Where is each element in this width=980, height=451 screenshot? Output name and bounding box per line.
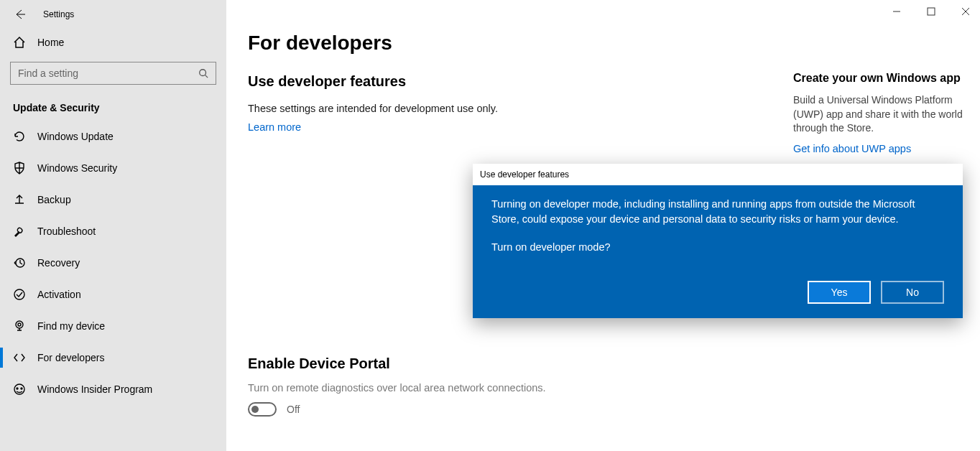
right-create-app-heading: Create your own Windows app [793,72,963,85]
svg-rect-8 [928,8,935,15]
svg-point-0 [200,70,206,76]
app-title: Settings [43,9,74,19]
sidebar-item-label: Troubleshoot [37,226,96,237]
dialog-title: Use developer features [473,164,963,185]
section-use-developer-heading: Use developer features [248,73,764,90]
svg-point-4 [16,321,23,328]
sidebar-item-label: Find my device [37,320,105,332]
home-button[interactable]: Home [0,27,226,57]
refresh-icon [13,130,26,143]
section-use-developer-text: These settings are intended for developm… [248,103,764,114]
sidebar-item-recovery[interactable]: Recovery [0,247,226,279]
wrench-icon [13,225,26,238]
sidebar-item-windows-insider-program[interactable]: Windows Insider Program [0,373,226,405]
page-title: For developers [248,32,764,55]
sidebar-item-activation[interactable]: Activation [0,279,226,310]
shield-icon [13,162,26,175]
dialog-no-button[interactable]: No [881,281,944,304]
back-icon[interactable] [14,9,26,20]
main: For developers Use developer features Th… [226,0,980,451]
svg-point-6 [17,388,18,389]
sidebar-item-troubleshoot[interactable]: Troubleshoot [0,215,226,247]
sidebar-item-label: Backup [37,194,71,205]
sidebar-item-label: Windows Update [37,131,114,142]
code-icon [13,351,26,364]
section-device-portal-text: Turn on remote diagnostics over local ar… [248,382,764,394]
right-uwp-link[interactable]: Get info about UWP apps [793,143,911,154]
learn-more-link[interactable]: Learn more [248,121,301,133]
svg-point-7 [21,388,22,389]
minimize-button[interactable] [887,4,907,19]
device-portal-toggle-label: Off [287,404,300,415]
sidebar-item-windows-update[interactable]: Windows Update [0,121,226,152]
sidebar-item-label: Windows Security [37,162,117,174]
sidebar-item-for-developers[interactable]: For developers [0,342,226,373]
svg-point-3 [18,323,21,326]
sidebar-item-backup[interactable]: Backup [0,184,226,215]
dialog-question: Turn on developer mode? [491,240,944,255]
search-box[interactable] [10,62,216,85]
dialog-yes-button[interactable]: Yes [808,281,871,304]
history-icon [13,256,26,269]
right-create-app-text: Build a Universal Windows Platform (UWP)… [793,93,963,136]
locate-icon [13,320,26,333]
check-icon [13,288,26,301]
sidebar-section-title: Update & Security [0,92,226,121]
home-label: Home [37,37,64,48]
device-portal-toggle[interactable] [248,402,277,417]
search-input[interactable] [18,68,193,79]
maximize-button[interactable] [921,4,941,19]
sidebar-item-label: For developers [37,352,104,363]
sidebar-item-label: Activation [37,289,81,300]
dialog-body-text: Turning on developer mode, including ins… [491,197,944,227]
sidebar-item-windows-security[interactable]: Windows Security [0,152,226,184]
close-button[interactable] [956,4,976,19]
window-controls [887,4,976,19]
search-icon [198,68,208,78]
upload-icon [13,193,26,206]
nav-list: Windows UpdateWindows SecurityBackupTrou… [0,121,226,405]
developer-mode-dialog: Use developer features Turning on develo… [473,164,963,318]
sidebar-item-label: Windows Insider Program [37,383,152,395]
sidebar-item-label: Recovery [37,257,80,269]
section-device-portal-heading: Enable Device Portal [248,355,764,372]
home-icon [13,36,26,49]
svg-point-2 [14,289,24,299]
sidebar: Settings Home Update & Security Windows … [0,0,226,451]
sidebar-item-find-my-device[interactable]: Find my device [0,310,226,342]
insider-icon [13,383,26,396]
